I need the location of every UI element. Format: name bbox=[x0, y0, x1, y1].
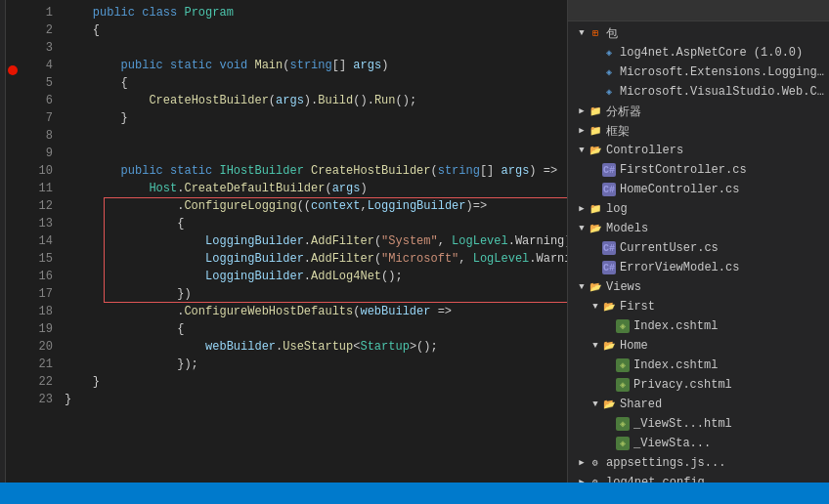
line-number: 22 bbox=[22, 373, 53, 391]
tree-item-label: FirstController.cs bbox=[620, 163, 747, 177]
tree-item-icon: ◈ bbox=[615, 318, 631, 334]
code-line: public static IHostBuilder CreateHostBui… bbox=[61, 162, 567, 180]
tree-arrow[interactable] bbox=[576, 203, 588, 215]
sidebar-header bbox=[568, 0, 829, 21]
tree-item-index-cshtml-home[interactable]: ◈Index.cshtml bbox=[568, 356, 829, 375]
line-number: 14 bbox=[22, 232, 53, 250]
tree-item-label: 包 bbox=[606, 25, 618, 42]
tree-arrow[interactable] bbox=[576, 105, 588, 117]
line-number: 6 bbox=[22, 92, 53, 109]
line-number: 1 bbox=[22, 4, 53, 21]
code-line: { bbox=[61, 21, 567, 39]
code-line: CreateHostBuilder(args).Build().Run(); bbox=[61, 92, 567, 109]
code-line: } bbox=[61, 373, 567, 391]
tree-item-errorviewmodel[interactable]: C#ErrorViewModel.cs bbox=[568, 258, 829, 277]
tree-item-label: Shared bbox=[620, 398, 662, 411]
tree-item-icon: 📂 bbox=[601, 299, 617, 315]
tree-item-label: Privacy.cshtml bbox=[633, 378, 732, 392]
tree-item-label: appsettings.js... bbox=[606, 456, 725, 470]
tree-item-framework[interactable]: 📁框架 bbox=[568, 121, 829, 141]
tree-item-icon: ◈ bbox=[601, 84, 617, 100]
line-number: 7 bbox=[22, 109, 53, 127]
tree-item-icon: ⚙ bbox=[588, 455, 603, 471]
line-number: 13 bbox=[22, 215, 53, 232]
tree-item-label: _ViewSta... bbox=[633, 437, 711, 450]
code-line: .ConfigureWebHostDefaults(webBuilder => bbox=[61, 303, 567, 320]
tree-item-msvs[interactable]: ◈Microsoft.VisualStudio.Web.Code... bbox=[568, 82, 829, 102]
code-area[interactable]: public class Program { public static voi… bbox=[61, 0, 567, 504]
tree-item-label: Models bbox=[606, 222, 648, 235]
code-line: public static void Main(string[] args) bbox=[61, 57, 567, 74]
tree-item-label: Home bbox=[620, 339, 648, 353]
tree-item-msext[interactable]: ◈Microsoft.Extensions.Logging.Lo... bbox=[568, 63, 829, 82]
solution-explorer: ⊞包◈log4net.AspNetCore (1.0.0)◈Microsoft.… bbox=[567, 0, 829, 504]
tree-item-shared-folder[interactable]: 📂Shared bbox=[568, 395, 829, 414]
tree-item-views[interactable]: 📂Views bbox=[568, 277, 829, 297]
tree-item-label: _ViewSt...html bbox=[633, 417, 732, 431]
code-line: webBuilder.UseStartup<Startup>(); bbox=[61, 338, 567, 356]
tree-item-viewstart[interactable]: ◈_ViewSt...html bbox=[568, 414, 829, 434]
line-number: 4 bbox=[22, 57, 53, 74]
tree-item-label: Microsoft.Extensions.Logging.Lo... bbox=[620, 65, 829, 79]
tree-arrow[interactable] bbox=[589, 340, 601, 352]
code-line: }); bbox=[61, 356, 567, 373]
tree-arrow[interactable] bbox=[576, 27, 588, 39]
tree-item-viewimports[interactable]: ◈_ViewSta... bbox=[568, 434, 829, 453]
code-line: { bbox=[61, 215, 567, 232]
tree-arrow[interactable] bbox=[589, 301, 601, 313]
line-number: 9 bbox=[22, 145, 53, 162]
tree-item-icon: 📂 bbox=[601, 397, 617, 412]
line-number: 11 bbox=[22, 180, 53, 197]
tree-arrow[interactable] bbox=[576, 223, 588, 234]
tree-item-icon: ◈ bbox=[601, 45, 617, 61]
tree-item-privacy-cshtml[interactable]: ◈Privacy.cshtml bbox=[568, 375, 829, 395]
code-line: }) bbox=[61, 285, 567, 303]
tree-item-label: Views bbox=[606, 280, 641, 294]
line-number: 21 bbox=[22, 356, 53, 373]
tree-item-icon: 📂 bbox=[588, 221, 603, 236]
line-number: 19 bbox=[22, 320, 53, 338]
tree-item-home-folder[interactable]: 📂Home bbox=[568, 336, 829, 356]
code-line: LoggingBuilder.AddFilter("Microsoft", Lo… bbox=[61, 250, 567, 268]
line-number: 3 bbox=[22, 39, 53, 57]
code-line: public class Program bbox=[61, 4, 567, 21]
tree-item-analyzer[interactable]: 📁分析器 bbox=[568, 102, 829, 121]
tree-item-icon: C# bbox=[601, 260, 617, 275]
tree-item-icon: ◈ bbox=[601, 64, 617, 80]
line-number: 8 bbox=[22, 127, 53, 145]
tree-item-icon: C# bbox=[601, 162, 617, 178]
tree-item-currentuser[interactable]: C#CurrentUser.cs bbox=[568, 238, 829, 258]
tree-arrow[interactable] bbox=[576, 145, 588, 156]
tree-item-appsettings[interactable]: ⚙appsettings.js... bbox=[568, 453, 829, 473]
tree-item-label: Controllers bbox=[606, 144, 683, 157]
file-tree[interactable]: ⊞包◈log4net.AspNetCore (1.0.0)◈Microsoft.… bbox=[568, 21, 829, 504]
tree-item-firstcontroller[interactable]: C#FirstController.cs bbox=[568, 160, 829, 180]
tree-item-label: 框架 bbox=[606, 123, 630, 140]
line-number: 17 bbox=[22, 285, 53, 303]
tree-item-packages[interactable]: ⊞包 bbox=[568, 23, 829, 43]
tree-item-icon: ◈ bbox=[615, 436, 631, 451]
tree-arrow[interactable] bbox=[576, 457, 588, 469]
tree-arrow[interactable] bbox=[589, 399, 601, 410]
line-number: 16 bbox=[22, 268, 53, 285]
code-line: { bbox=[61, 320, 567, 338]
tree-item-first-folder[interactable]: 📂First bbox=[568, 297, 829, 316]
tree-item-homecontroller[interactable]: C#HomeController.cs bbox=[568, 180, 829, 199]
code-line: .ConfigureLogging((context,LoggingBuilde… bbox=[61, 197, 567, 215]
tree-item-index-cshtml-first[interactable]: ◈Index.cshtml bbox=[568, 316, 829, 336]
tree-item-label: log bbox=[606, 202, 628, 216]
tree-item-label: Microsoft.VisualStudio.Web.Code... bbox=[620, 85, 829, 99]
line-number: 10 bbox=[22, 162, 53, 180]
code-line: Host.CreateDefaultBuilder(args) bbox=[61, 180, 567, 197]
editor-panel: 1234567891011121314151617181920212223 pu… bbox=[0, 0, 567, 504]
tree-item-models[interactable]: 📂Models bbox=[568, 219, 829, 238]
code-line bbox=[61, 145, 567, 162]
code-line: LoggingBuilder.AddLog4Net(); bbox=[61, 268, 567, 285]
tree-item-log[interactable]: 📁log bbox=[568, 199, 829, 219]
tree-item-controllers[interactable]: 📂Controllers bbox=[568, 141, 829, 160]
tree-item-label: 分析器 bbox=[606, 104, 641, 120]
line-number: 2 bbox=[22, 21, 53, 39]
tree-arrow[interactable] bbox=[576, 281, 588, 293]
tree-item-log4net[interactable]: ◈log4net.AspNetCore (1.0.0) bbox=[568, 43, 829, 63]
tree-arrow[interactable] bbox=[576, 125, 588, 137]
